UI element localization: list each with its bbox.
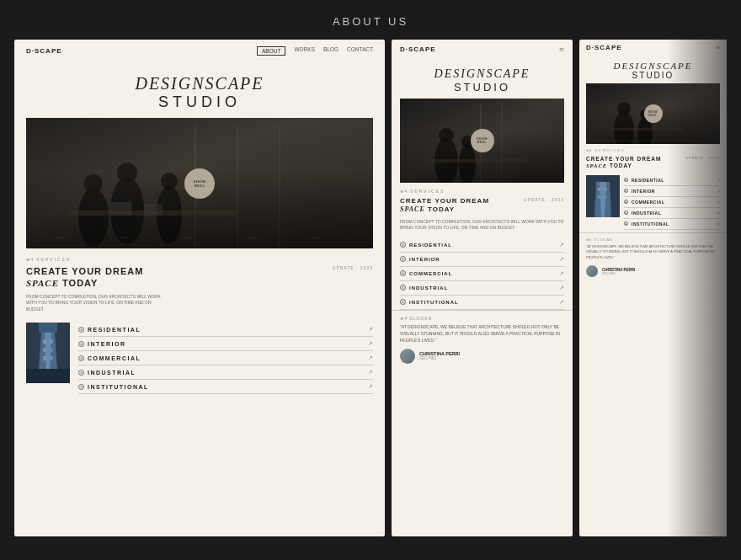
avatar-tablet [400, 349, 415, 364]
sn-res-mob: RESIDENTIAL [632, 178, 664, 183]
wavy-line-decoration [43, 232, 339, 238]
svg-rect-20 [43, 339, 46, 344]
slogan-section-mobile: ⊕·4 SLOGAN "AT DESIGNSCAPE, WE BELIEVE T… [579, 232, 727, 281]
services-section: ⊕·4 SERVICES CREATE YOUR DREAMSPACE TODA… [14, 248, 385, 317]
hero-line1-tablet: DESIGNSCAPE [392, 67, 573, 81]
service-icon-int-tablet: ⊕ [400, 256, 406, 262]
service-name-int-tablet: INTERIOR [409, 257, 440, 262]
service-item-institutional[interactable]: ⊕ INSTITUTIONAL ↗ [78, 380, 373, 394]
si-int-mob: ⊕ [624, 189, 628, 193]
service-name-residential: RESIDENTIAL [88, 327, 141, 333]
service-item-int-mobile[interactable]: ⊕ INTERIOR ↗ [624, 186, 720, 197]
service-item-industrial-tablet[interactable]: ⊕ INDUSTRIAL ↗ [400, 281, 564, 296]
nav-logo: D·SCAPE [26, 47, 62, 55]
service-icon-commercial: ⊕ [78, 355, 84, 361]
service-item-commercial[interactable]: ⊕ COMMERCIAL ↗ [78, 351, 373, 365]
si-com-mob: ⊕ [624, 200, 628, 204]
slogan-label-tablet: SLOGAN [409, 316, 432, 321]
nav-links: ABOUT WORKS BLOG CONTACT [257, 46, 373, 56]
services-content-tablet: CREATE YOUR DREAMSPACE TODAY UPDATE · 20… [400, 197, 564, 215]
service-arrow-interior: ↗ [368, 340, 373, 347]
avatar-row-tablet: CHRISTINA PERRI CEO P&G [400, 349, 564, 364]
service-icon-institutional: ⊕ [78, 384, 84, 390]
service-item-inst-mobile[interactable]: ⊕ INSTITUTIONAL ↗ [624, 219, 720, 230]
svg-rect-23 [50, 348, 53, 352]
service-arrow-ind-tablet: ↗ [559, 285, 564, 291]
services-list: ⊕ RESIDENTIAL ↗ ⊕ INTERIOR ↗ ⊕ COMMERCIA [78, 323, 373, 394]
svg-rect-47 [598, 195, 600, 199]
services-list-tablet: ⊕ RESIDENTIAL ↗ ⊕ INTERIOR ↗ ⊕ COMMERCIA [400, 238, 564, 310]
page-title: ABOUT US [0, 15, 741, 28]
service-item-residential[interactable]: ⊕ RESIDENTIAL ↗ [78, 323, 373, 337]
svg-rect-18 [26, 369, 70, 383]
sn-inst-mob: INSTITUTIONAL [632, 221, 669, 227]
services-section-tablet: ⊕·4 SERVICES CREATE YOUR DREAMSPACE TODA… [392, 183, 573, 235]
hero-image-tablet: SHOWREEL [400, 99, 564, 183]
nav-link-blog[interactable]: BLOG [323, 46, 339, 56]
service-item-ind-mobile[interactable]: ⊕ INDUSTRIAL ↗ [624, 208, 720, 219]
hero-line2: STUDIO [14, 93, 385, 111]
sa-res-mob: ↗ [717, 178, 720, 183]
services-number-mobile: ⊕·4 [586, 148, 591, 152]
svg-rect-21 [50, 339, 53, 344]
service-item-interior-tablet[interactable]: ⊕ INTERIOR ↗ [400, 253, 564, 267]
service-icon-res-tablet: ⊕ [400, 242, 406, 248]
show-reel-button[interactable]: SHOWREEL [184, 168, 215, 199]
service-item-left: ⊕ INDUSTRIAL [78, 370, 136, 376]
service-item-institutional-tablet[interactable]: ⊕ INSTITUTIONAL ↗ [400, 296, 564, 310]
service-name-res-tablet: RESIDENTIAL [409, 243, 452, 248]
services-header: ⊕·4 SERVICES [26, 257, 373, 262]
nav-link-contact[interactable]: CONTACT [347, 46, 373, 56]
screen-desktop: D·SCAPE ABOUT WORKS BLOG CONTACT DESIGNS… [14, 40, 385, 536]
services-date-mobile: UPDATE · 2023 [685, 156, 720, 160]
service-name-interior: INTERIOR [88, 341, 125, 347]
service-name-commercial: COMMERCIAL [88, 355, 141, 361]
screens-container: D·SCAPE ABOUT WORKS BLOG CONTACT DESIGNS… [14, 40, 727, 536]
service-arrow-com-tablet: ↗ [559, 270, 564, 277]
service-item-commercial-tablet[interactable]: ⊕ COMMERCIAL ↗ [400, 267, 564, 281]
service-item-res-mobile[interactable]: ⊕ RESIDENTIAL ↗ [624, 175, 720, 186]
service-arrow-industrial: ↗ [368, 369, 373, 376]
service-item-com-mobile[interactable]: ⊕ COMMERCIAL ↗ [624, 197, 720, 208]
avatar-row-mobile: CHRISTINA PERRI CEO P&G [586, 265, 720, 277]
nav-link-about[interactable]: ABOUT [257, 46, 285, 56]
hero-line2-tablet: STUDIO [392, 81, 573, 93]
svg-rect-45 [598, 188, 600, 191]
slogan-text-tablet: "AT DESIGNSCAPE, WE BELIEVE THAT ARCHITE… [400, 323, 564, 344]
building-image-inner [26, 323, 70, 383]
sn-ind-mob: INDUSTRIAL [632, 211, 661, 216]
sn-com-mob: COMMERCIAL [632, 200, 664, 205]
hero-title: DESIGNSCAPE STUDIO [14, 62, 385, 118]
service-icon-industrial: ⊕ [78, 370, 84, 376]
sa-inst-mob: ↗ [717, 221, 720, 227]
nav-tablet: D·SCAPE ≡ [392, 40, 573, 59]
service-item-residential-tablet[interactable]: ⊕ RESIDENTIAL ↗ [400, 238, 564, 253]
services-list-mobile: ⊕ RESIDENTIAL ↗ ⊕ INTERIOR ↗ ⊕ COMMERCIA [624, 175, 720, 230]
service-icon-com-tablet: ⊕ [400, 270, 406, 276]
service-item-interior[interactable]: ⊕ INTERIOR ↗ [78, 337, 373, 351]
slogan-label-mobile: SLOGAN [594, 237, 613, 242]
show-reel-button-mobile[interactable]: SHOWREEL [644, 104, 663, 123]
svg-rect-46 [605, 188, 607, 191]
hero-title-tablet: DESIGNSCAPE STUDIO [392, 59, 573, 99]
service-arrow-residential: ↗ [368, 326, 373, 333]
hamburger-icon-mobile[interactable]: ≡ [716, 44, 720, 51]
service-item-left: ⊕ INTERIOR [78, 341, 125, 347]
service-arrow-institutional: ↗ [368, 383, 373, 390]
services-header-mobile: ⊕·4 SERVICES [586, 148, 720, 152]
service-icon-interior: ⊕ [78, 341, 84, 347]
services-title-tablet: CREATE YOUR DREAMSPACE TODAY [400, 197, 524, 215]
service-name-com-tablet: COMMERCIAL [409, 271, 452, 276]
show-reel-button-tablet[interactable]: SHOWREEL [471, 129, 494, 152]
nav-link-works[interactable]: WORKS [294, 46, 315, 56]
services-title-block-mobile: CREATE YOUR DREAMSPACE TODAY [586, 156, 685, 170]
slogan-num-tablet: ⊕·4 [400, 316, 407, 321]
service-arrow-res-tablet: ↗ [559, 242, 564, 248]
service-item-left: ⊕ RESIDENTIAL [78, 327, 141, 333]
services-bottom-tablet: ⊕ RESIDENTIAL ↗ ⊕ INTERIOR ↗ ⊕ COMMERCIA [392, 235, 573, 310]
hamburger-icon-tablet[interactable]: ≡ [559, 45, 564, 54]
nav-logo-tablet: D·SCAPE [400, 45, 436, 53]
service-item-industrial[interactable]: ⊕ INDUSTRIAL ↗ [78, 365, 373, 380]
hero-line1: DESIGNSCAPE [14, 74, 385, 93]
service-name-industrial: INDUSTRIAL [88, 370, 136, 376]
